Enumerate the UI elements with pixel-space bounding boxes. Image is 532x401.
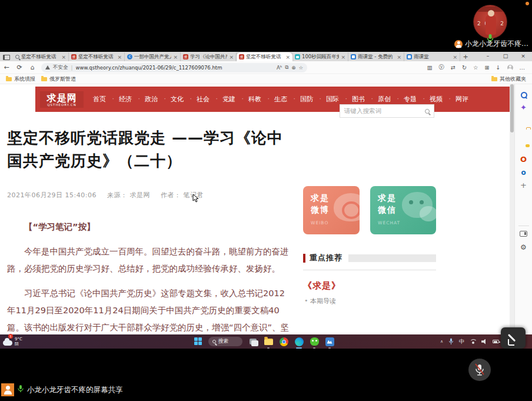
journal-link[interactable]: 《求是》 bbox=[303, 280, 436, 291]
microphone-muted-button[interactable] bbox=[468, 359, 491, 381]
start-button[interactable] bbox=[194, 337, 202, 346]
refresh-icon[interactable]: ⟳ bbox=[13, 64, 26, 71]
new-tab-button[interactable]: + bbox=[460, 52, 471, 61]
article-date: 2021年06月29日 15:40:06 bbox=[7, 191, 97, 199]
favorite-star-icon[interactable]: ☆ bbox=[298, 65, 303, 71]
task-view-icon bbox=[250, 339, 257, 344]
hide-sidebar-icon[interactable] bbox=[520, 231, 527, 237]
tab-6[interactable]: 100秒回顾百年党 bbox=[292, 52, 348, 61]
page-scrollbar[interactable] bbox=[510, 84, 514, 334]
page-sidebar: 请键入搜索词 求是 微博 WEIBO 求是 微信 WECHAT bbox=[303, 84, 474, 334]
rainclassroom-button[interactable] bbox=[325, 337, 334, 346]
weather-widget[interactable]: 1 9°C 阴 bbox=[3, 337, 22, 346]
site-search-input[interactable]: 请键入搜索词 bbox=[340, 104, 434, 118]
battery-icon[interactable] bbox=[493, 340, 499, 343]
qstheory-favicon-icon: 求 bbox=[71, 54, 77, 59]
other-bookmarks[interactable]: 其他收藏夹 bbox=[491, 75, 526, 83]
tray-mic-icon[interactable] bbox=[448, 336, 454, 347]
participant-row[interactable]: 小龙小龙牙齿不疼… bbox=[454, 39, 531, 49]
shield-icon[interactable]: Ⓥ bbox=[439, 64, 445, 71]
tab-list-button[interactable] bbox=[0, 53, 13, 61]
mic-muted-icon bbox=[474, 363, 486, 376]
close-icon[interactable] bbox=[61, 54, 66, 60]
nav-item-culture[interactable]: 文化 bbox=[171, 95, 184, 104]
split-screen-icon[interactable]: ⇄ bbox=[451, 64, 455, 71]
settings-menu-icon[interactable]: … bbox=[520, 64, 526, 71]
sidebar-search-icon[interactable] bbox=[519, 90, 528, 100]
weibo-card[interactable]: 求是 微博 WEIBO bbox=[303, 186, 360, 234]
history-icon[interactable]: ↻ bbox=[462, 64, 467, 71]
divider bbox=[518, 226, 529, 226]
nav-item-ecology[interactable]: 生态 bbox=[274, 95, 287, 104]
wifi-icon[interactable] bbox=[470, 339, 476, 344]
profile-avatar[interactable] bbox=[507, 65, 513, 71]
gear-icon[interactable]: ⚙ bbox=[519, 243, 528, 252]
immersive-reader-icon[interactable]: ⧉ bbox=[285, 64, 288, 71]
minimize-button[interactable]: – bbox=[479, 52, 497, 61]
close-icon[interactable] bbox=[453, 54, 457, 60]
scrollbar-thumb[interactable] bbox=[510, 84, 514, 132]
address-bar[interactable]: 不安全 | www.qstheory.cn/zhuanqu/2021-06/29… bbox=[41, 63, 307, 72]
search-icon[interactable] bbox=[425, 109, 430, 114]
bookmark-item[interactable]: 系统填报 bbox=[6, 75, 35, 83]
wechat-card[interactable]: 求是 微信 WECHAT bbox=[370, 186, 436, 234]
tab-8[interactable]: 雨课堂 bbox=[404, 52, 460, 61]
volume-icon[interactable] bbox=[481, 339, 487, 344]
nav-item-party[interactable]: 党建 bbox=[222, 95, 235, 104]
close-icon[interactable] bbox=[173, 54, 178, 60]
journal-item-partial[interactable]: 本期导读 bbox=[303, 297, 436, 306]
copilot-icon[interactable]: ✦ bbox=[519, 103, 528, 112]
nav-item-home[interactable]: 首页 bbox=[93, 95, 106, 104]
nav-item-politics[interactable]: 政治 bbox=[145, 95, 158, 104]
chrome-button[interactable] bbox=[279, 337, 288, 346]
nav-item-economy[interactable]: 经济 bbox=[119, 95, 132, 104]
file-explorer-button[interactable] bbox=[264, 337, 273, 346]
tray-expand-icon[interactable]: ∧ bbox=[440, 339, 443, 344]
outlook-icon[interactable]: o bbox=[519, 168, 528, 177]
favorites-icon[interactable]: ☆ bbox=[473, 64, 478, 71]
tab-7[interactable]: 雨课堂 - 免费的 bbox=[348, 52, 404, 61]
edge-button[interactable] bbox=[294, 337, 304, 346]
office-icon[interactable]: O bbox=[519, 155, 528, 164]
browser-essentials-icon[interactable]: ▥ bbox=[427, 64, 433, 71]
nav-item-science[interactable]: 科教 bbox=[248, 95, 261, 104]
add-sidebar-app-icon[interactable]: + bbox=[519, 181, 528, 190]
close-icon[interactable] bbox=[397, 54, 401, 60]
close-icon[interactable] bbox=[285, 54, 290, 60]
taskbar-search[interactable]: 搜索 bbox=[208, 337, 242, 346]
tab-1[interactable]: 坚定不移听党话 bbox=[13, 52, 69, 61]
mouse-cursor bbox=[192, 194, 199, 205]
tab-5-active[interactable]: 求坚定不移听党话 bbox=[237, 52, 292, 61]
site-logo[interactable]: 求是网 QSTHEORY.CN bbox=[40, 91, 84, 108]
section-accent-bar bbox=[303, 254, 305, 263]
home-icon[interactable]: ⌂ bbox=[26, 64, 39, 71]
downloads-icon[interactable]: ↓ bbox=[496, 64, 501, 71]
bookmarks-bar: 系统填报 俄罗斯管道 其他收藏夹 bbox=[0, 75, 532, 84]
folder-icon bbox=[491, 77, 497, 81]
annotation-tool-button[interactable] bbox=[501, 327, 526, 349]
bookmark-item[interactable]: 俄罗斯管道 bbox=[41, 75, 76, 83]
tab-title: 一部中国共产党人 bbox=[134, 54, 171, 61]
section-title: 重点推荐 bbox=[310, 253, 343, 263]
close-icon[interactable] bbox=[229, 54, 234, 60]
back-icon[interactable]: ← bbox=[0, 64, 13, 71]
wechat-button[interactable] bbox=[310, 337, 319, 346]
tab-2[interactable]: 求坚定不移听党话 bbox=[69, 52, 125, 61]
tab-4[interactable]: 求学习《论中国共产 bbox=[181, 52, 237, 61]
bookmark-label: 俄罗斯管道 bbox=[49, 75, 76, 83]
task-view-button[interactable] bbox=[248, 337, 258, 346]
close-icon[interactable] bbox=[341, 54, 345, 60]
zoom-icon[interactable]: ⊕ bbox=[291, 65, 295, 71]
ime-indicator[interactable]: 中 bbox=[459, 338, 464, 346]
collections-icon[interactable]: ⊞ bbox=[485, 64, 490, 71]
rainclassroom-icon bbox=[325, 337, 334, 346]
nav-item-society[interactable]: 社会 bbox=[197, 95, 210, 104]
maximize-button[interactable]: □ bbox=[497, 52, 514, 61]
close-icon[interactable] bbox=[117, 54, 122, 60]
url-text[interactable]: www.qstheory.cn/zhuanqu/2021-06/29/c_112… bbox=[76, 65, 274, 71]
close-window-button[interactable]: × bbox=[514, 52, 532, 61]
tab-3[interactable]: c一部中国共产党人 bbox=[125, 52, 181, 61]
tv-favicon-icon bbox=[295, 54, 300, 59]
participant-name: 小龙小龙牙齿不疼… bbox=[465, 39, 528, 49]
read-aloud-icon[interactable]: Aʰ bbox=[277, 65, 282, 71]
